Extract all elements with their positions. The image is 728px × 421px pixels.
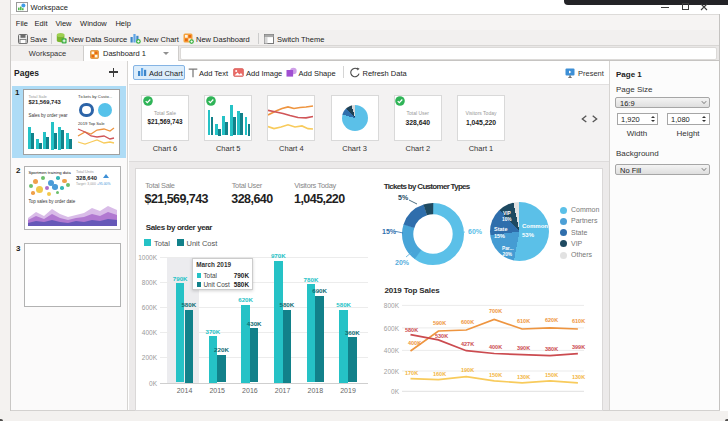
svg-text:600K: 600K: [461, 319, 474, 325]
svg-text:427K: 427K: [461, 341, 474, 347]
svg-text:399K: 399K: [572, 344, 585, 350]
svg-text:400K: 400K: [408, 340, 421, 346]
svg-text:700K: 700K: [489, 308, 502, 314]
svg-text:390K: 390K: [517, 345, 530, 351]
svg-text:600K: 600K: [384, 325, 400, 332]
svg-text:400K: 400K: [489, 344, 502, 350]
svg-text:380K: 380K: [545, 346, 558, 352]
svg-text:800K: 800K: [384, 302, 400, 309]
svg-text:160K: 160K: [433, 371, 446, 377]
svg-text:0K: 0K: [391, 388, 400, 395]
svg-text:580K: 580K: [405, 327, 418, 333]
svg-text:400K: 400K: [384, 347, 400, 354]
svg-text:590K: 590K: [433, 320, 446, 326]
svg-text:170K: 170K: [405, 370, 418, 376]
svg-text:150K: 150K: [545, 372, 558, 378]
svg-text:200K: 200K: [384, 368, 400, 375]
svg-text:190K: 190K: [461, 367, 474, 373]
svg-text:150K: 150K: [489, 372, 502, 378]
svg-text:610K: 610K: [572, 318, 585, 324]
svg-text:530K: 530K: [435, 333, 448, 339]
svg-text:620K: 620K: [545, 317, 558, 323]
svg-text:130K: 130K: [517, 374, 530, 380]
svg-text:610K: 610K: [517, 318, 530, 324]
svg-text:130K: 130K: [572, 374, 585, 380]
